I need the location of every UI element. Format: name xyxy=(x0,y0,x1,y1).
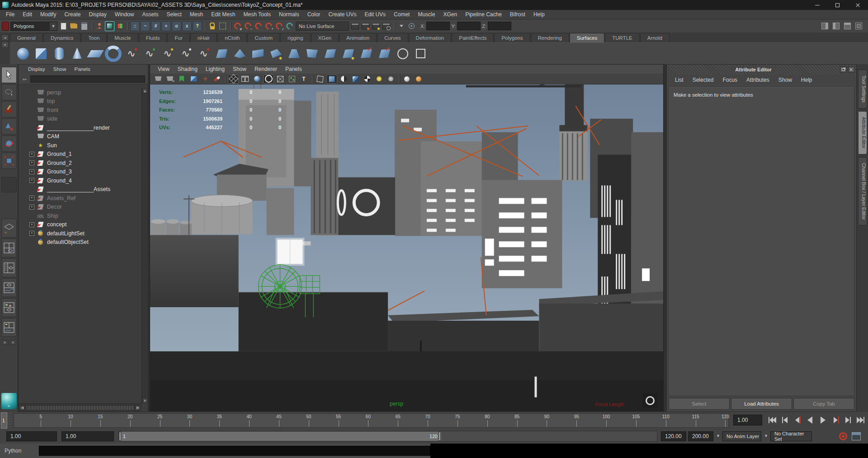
all-lights-icon[interactable] xyxy=(326,75,337,84)
menu-item[interactable]: Edit Mesh xyxy=(207,10,239,19)
playback-range-bar[interactable]: 1 120 xyxy=(119,432,441,441)
layout-outliner-persp-button[interactable] xyxy=(1,258,17,277)
extrude-icon[interactable] xyxy=(268,45,284,63)
lasso-tool-button[interactable] xyxy=(1,84,17,100)
close-button[interactable] xyxy=(848,0,868,10)
shelf-tab[interactable]: Rendering xyxy=(531,33,569,42)
scrollbar-thumb[interactable] xyxy=(26,405,134,411)
toggle-attribute-editor-icon[interactable] xyxy=(820,21,830,31)
outliner-item[interactable]: + Decor xyxy=(19,203,142,212)
mask-faces-icon[interactable] xyxy=(151,21,160,31)
select-by-hierarchy-icon[interactable] xyxy=(94,21,104,31)
attribute-editor-menu-item[interactable]: List xyxy=(670,77,688,83)
attribute-editor-menu-item[interactable]: Selected xyxy=(688,77,718,83)
project-curve-icon[interactable] xyxy=(358,45,375,63)
mask-lines-icon[interactable] xyxy=(141,21,150,31)
toggle-channel-box-icon[interactable] xyxy=(843,21,852,31)
scroll-up-icon[interactable]: ▲ xyxy=(142,88,148,93)
step-forward-frame-button[interactable] xyxy=(843,414,854,426)
attribute-editor-menu-item[interactable]: Focus xyxy=(718,77,742,83)
step-back-frame-button[interactable] xyxy=(779,414,790,426)
menu-item[interactable]: File xyxy=(2,10,19,19)
mask-handles-icon[interactable] xyxy=(182,21,192,31)
attribute-editor-menu-item[interactable]: Help xyxy=(797,77,817,83)
selected-lights-icon[interactable] xyxy=(338,75,349,84)
panel-close-button[interactable] xyxy=(848,66,855,73)
animation-end-field[interactable]: 200.00 xyxy=(688,431,713,441)
layout-three-pane-button[interactable] xyxy=(1,318,17,337)
outliner-horizontal-scrollbar[interactable]: ◀ ▶ xyxy=(19,403,142,411)
mask-pivots-icon[interactable] xyxy=(172,21,181,31)
shelf-tab[interactable]: Custom xyxy=(247,33,280,42)
outliner-item[interactable]: + defaultLightSet xyxy=(19,229,142,238)
outliner-menu-item[interactable]: Panels xyxy=(71,66,94,72)
shadows-icon[interactable] xyxy=(401,75,412,84)
revolve-icon[interactable] xyxy=(213,45,230,63)
use-default-material-icon[interactable] xyxy=(287,75,297,84)
step-back-key-button[interactable] xyxy=(792,414,803,426)
timeline-ruler[interactable]: 5101520253035404550556065707580859095100… xyxy=(14,413,729,428)
viewport-menu-item[interactable]: Panels xyxy=(281,66,306,72)
go-to-end-button[interactable] xyxy=(855,414,866,426)
nurbs-torus-icon[interactable] xyxy=(105,45,122,63)
menu-item[interactable]: XGen xyxy=(439,10,461,19)
loft-icon[interactable] xyxy=(231,45,248,63)
live-surface-field[interactable]: No Live Surface xyxy=(296,22,349,31)
bookmarks-icon[interactable] xyxy=(176,75,187,84)
shelf-tab[interactable]: TURTLE xyxy=(605,33,640,42)
outliner-item[interactable]: + concept xyxy=(19,220,142,229)
attribute-editor-menu-item[interactable]: Show xyxy=(774,77,797,83)
expand-toggle-icon[interactable]: + xyxy=(29,169,34,174)
last-tool-slot[interactable] xyxy=(1,177,17,192)
z-coord-field[interactable] xyxy=(488,22,511,30)
attribute-editor-titlebar[interactable]: Attribute Editor xyxy=(667,65,856,75)
lock-selection-icon[interactable] xyxy=(208,21,217,31)
shelf-tab[interactable]: rigging xyxy=(280,33,311,42)
load-attributes-button[interactable]: Load Attributes xyxy=(731,398,792,410)
perspective-viewport[interactable]: ViewShadingLightingShowRendererPanels xyxy=(150,64,664,412)
shelf-tab[interactable]: Fluids xyxy=(139,33,167,42)
expand-toggle-icon[interactable]: + xyxy=(29,178,34,183)
ipr-render-icon[interactable] xyxy=(371,21,381,31)
menu-item[interactable]: Edit xyxy=(19,10,36,19)
playback-start-field[interactable]: 1.00 xyxy=(61,431,114,441)
shelf-tab[interactable]: nCloth xyxy=(217,33,247,42)
layout-hypershade-persp-button[interactable] xyxy=(1,298,17,317)
make-live-icon[interactable] xyxy=(285,21,294,31)
current-time-field[interactable]: 1.00 xyxy=(733,415,762,425)
menu-item[interactable]: Mesh xyxy=(186,10,207,19)
nurbs-square-icon[interactable] xyxy=(412,45,429,63)
select-camera-icon[interactable] xyxy=(153,75,164,84)
scroll-right-icon[interactable]: ▶ xyxy=(135,405,141,411)
cv-curve-tool-icon[interactable] xyxy=(123,45,140,63)
outliner-item[interactable]: + top xyxy=(19,97,142,106)
outliner-item[interactable]: + CAM xyxy=(19,132,142,141)
outliner-search-input[interactable] xyxy=(30,75,145,83)
expand-toggle-icon[interactable]: + xyxy=(29,231,34,236)
shelf-tab[interactable]: Fur xyxy=(167,33,189,42)
minimize-button[interactable] xyxy=(807,0,827,10)
anim-layer-selector[interactable]: No Anim Layer xyxy=(722,431,761,441)
nurbs-cube-icon[interactable] xyxy=(33,45,49,63)
menu-item[interactable]: Comet xyxy=(390,10,414,19)
bevel-icon[interactable] xyxy=(322,45,339,63)
bezier-curve-tool-icon[interactable] xyxy=(159,45,176,63)
shelf-tab[interactable]: PaintEffects xyxy=(452,33,494,42)
display-dropdown-icon[interactable] xyxy=(396,21,406,31)
menu-item[interactable]: Color xyxy=(303,10,325,19)
shelf-tab[interactable]: Animation xyxy=(339,33,377,42)
outliner-item[interactable]: + Ground_1 xyxy=(19,150,142,159)
outliner-item[interactable]: + defaultObjectSet xyxy=(19,238,142,247)
nurbs-cylinder-icon[interactable] xyxy=(51,45,67,63)
viewport-menu-item[interactable]: View xyxy=(154,66,174,72)
menu-item[interactable]: Assets xyxy=(138,10,162,19)
view-compass[interactable] xyxy=(642,393,658,408)
save-scene-icon[interactable] xyxy=(80,21,89,31)
expand-toggle-icon[interactable]: + xyxy=(29,152,34,157)
highlight-selection-icon[interactable] xyxy=(218,21,227,31)
textured-lights-icon[interactable] xyxy=(350,75,361,84)
go-to-start-button[interactable] xyxy=(767,414,778,426)
shelf-tab[interactable]: Surfaces xyxy=(570,33,604,42)
move-tool-button[interactable] xyxy=(1,118,17,135)
outliner-item[interactable]: + Assets_Ref xyxy=(19,194,142,203)
